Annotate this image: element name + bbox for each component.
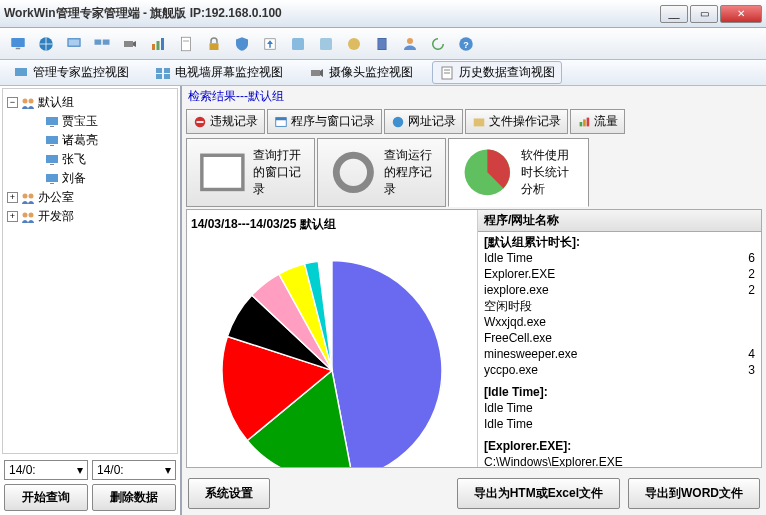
svg-point-36 [29, 98, 34, 103]
subtab-windows[interactable]: 查询打开的窗口记录 [186, 138, 315, 207]
computer-icon[interactable] [6, 32, 30, 56]
tree-label: 诸葛亮 [62, 132, 98, 149]
lock-icon[interactable] [202, 32, 226, 56]
svg-point-46 [29, 193, 34, 198]
pie-icon [457, 142, 518, 203]
monitor-icon[interactable] [62, 32, 86, 56]
export-icon[interactable] [258, 32, 282, 56]
list-row[interactable]: C:\Windows\Explorer.EXE [484, 454, 755, 467]
document-icon[interactable] [174, 32, 198, 56]
group-icon [20, 95, 36, 111]
svg-text:?: ? [463, 39, 469, 49]
svg-rect-58 [202, 155, 243, 189]
svg-rect-42 [50, 164, 54, 165]
delete-data-button[interactable]: 删除数据 [92, 484, 176, 511]
svg-rect-12 [182, 37, 191, 51]
svg-point-59 [336, 155, 370, 189]
user-icon[interactable] [398, 32, 422, 56]
tree-user[interactable]: 刘备 [31, 169, 173, 188]
client-tree[interactable]: − 默认组 贾宝玉诸葛亮张飞刘备 +办公室+开发部 [2, 88, 178, 454]
list-row[interactable]: Idle Time6 [484, 250, 755, 266]
start-query-button[interactable]: 开始查询 [4, 484, 88, 511]
maximize-button[interactable]: ▭ [690, 5, 718, 23]
left-pane: − 默认组 贾宝玉诸葛亮张飞刘备 +办公室+开发部 14/0:▾ 14/0:▾ … [0, 86, 182, 515]
minimize-button[interactable]: __ [660, 5, 688, 23]
tool-icon-2[interactable] [314, 32, 338, 56]
pc-icon [44, 114, 60, 130]
tree-label: 默认组 [38, 94, 74, 111]
help-icon[interactable]: ? [454, 32, 478, 56]
date-from-input[interactable]: 14/0:▾ [4, 460, 88, 480]
tree-group[interactable]: +办公室 [7, 188, 173, 207]
titlebar: WorkWin管理专家管理端 - 旗舰版 IP:192.168.0.100 __… [0, 0, 766, 28]
list-row[interactable]: FreeCell.exe [484, 330, 755, 346]
tab-label: 管理专家监控视图 [33, 64, 129, 81]
svg-marker-8 [133, 41, 136, 47]
list-group-header: [Explorer.EXE]: [484, 438, 755, 454]
svg-rect-14 [210, 43, 219, 50]
svg-rect-40 [50, 145, 54, 146]
tab-tvwall-view[interactable]: 电视墙屏幕监控视图 [148, 61, 290, 84]
usage-list[interactable]: [默认组累计时长]:Idle Time6Explorer.EXE2iexplor… [478, 232, 761, 467]
list-group-header: [默认组累计时长]: [484, 234, 755, 250]
tab-files[interactable]: 文件操作记录 [465, 109, 568, 134]
refresh-icon[interactable] [426, 32, 450, 56]
subtab-usage[interactable]: 软件使用时长统计分析 [448, 138, 589, 207]
shield-icon[interactable] [230, 32, 254, 56]
list-header[interactable]: 程序/网址名称 [478, 210, 761, 232]
tool-icon-1[interactable] [286, 32, 310, 56]
tool-icon-3[interactable] [342, 32, 366, 56]
monitors-icon[interactable] [90, 32, 114, 56]
svg-rect-26 [156, 68, 162, 73]
tab-monitor-view[interactable]: 管理专家监控视图 [6, 61, 136, 84]
list-row[interactable]: minesweeper.exe4 [484, 346, 755, 362]
subtab-processes[interactable]: 查询运行的程序记录 [317, 138, 446, 207]
close-button[interactable]: ✕ [720, 5, 762, 23]
tree-user[interactable]: 张飞 [31, 150, 173, 169]
svg-rect-11 [161, 38, 164, 50]
list-row[interactable]: Explorer.EXE2 [484, 266, 755, 282]
svg-rect-54 [474, 118, 485, 126]
dropdown-icon: ▾ [165, 463, 171, 477]
svg-rect-0 [11, 38, 25, 47]
list-row[interactable]: iexplore.exe2 [484, 282, 755, 298]
list-row[interactable]: Idle Time [484, 400, 755, 416]
tab-traffic[interactable]: 流量 [570, 109, 625, 134]
tab-programs[interactable]: 程序与窗口记录 [267, 109, 382, 134]
svg-rect-6 [103, 39, 110, 44]
svg-point-19 [348, 38, 360, 50]
settings-button[interactable]: 系统设置 [188, 478, 270, 509]
svg-rect-41 [46, 155, 58, 163]
camera-icon[interactable] [118, 32, 142, 56]
tree-user[interactable]: 贾宝玉 [31, 112, 173, 131]
tree-root[interactable]: − 默认组 [7, 93, 173, 112]
date-to-input[interactable]: 14/0:▾ [92, 460, 176, 480]
group-icon [20, 190, 36, 206]
tree-group[interactable]: +开发部 [7, 207, 173, 226]
tree-label: 贾宝玉 [62, 113, 98, 130]
tab-urls[interactable]: 网址记录 [384, 109, 463, 134]
globe-icon[interactable] [34, 32, 58, 56]
svg-rect-1 [16, 47, 21, 49]
export-word-button[interactable]: 导出到WORD文件 [628, 478, 760, 509]
list-row[interactable]: Idle Time [484, 416, 755, 432]
camera-icon [309, 65, 325, 81]
export-html-button[interactable]: 导出为HTM或Excel文件 [457, 478, 620, 509]
stop-icon [193, 115, 207, 129]
book-icon[interactable] [370, 32, 394, 56]
tab-camera-view[interactable]: 摄像头监控视图 [302, 61, 420, 84]
svg-rect-52 [276, 117, 287, 120]
list-group-header: [Idle Time]: [484, 384, 755, 400]
tab-violations[interactable]: 违规记录 [186, 109, 265, 134]
list-row[interactable]: Wxxjqd.exe [484, 314, 755, 330]
tab-history-view[interactable]: 历史数据查询视图 [432, 61, 562, 84]
list-row[interactable]: yccpo.exe3 [484, 362, 755, 378]
tree-user[interactable]: 诸葛亮 [31, 131, 173, 150]
svg-point-35 [23, 98, 28, 103]
svg-rect-38 [50, 126, 54, 127]
chart-icon[interactable] [146, 32, 170, 56]
monitor-icon [13, 65, 29, 81]
svg-rect-29 [164, 74, 170, 79]
svg-rect-57 [587, 117, 590, 126]
list-row[interactable]: 空闲时段 [484, 298, 755, 314]
